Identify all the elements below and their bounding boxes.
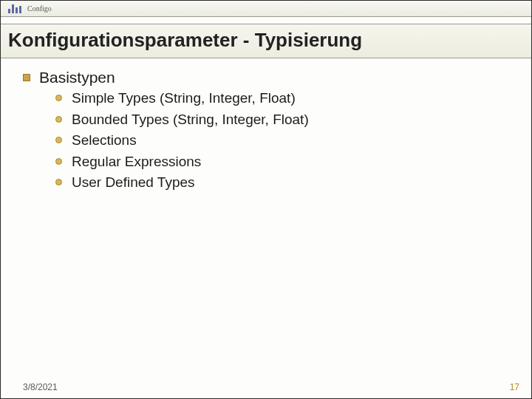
footer: 3/8/2021 17 xyxy=(1,379,531,398)
footer-date: 3/8/2021 xyxy=(23,382,58,392)
list-item-label: Selections xyxy=(72,132,137,148)
list-item: Bounded Types (String, Integer, Float) xyxy=(55,109,518,131)
list-item-label: Basistypen xyxy=(39,69,115,86)
brand-label: Configo xyxy=(27,4,52,13)
list-item-label: Simple Types (String, Integer, Float) xyxy=(72,90,296,106)
list-item: Selections xyxy=(55,130,518,151)
list-item: Simple Types (String, Integer, Float) xyxy=(55,88,518,109)
list-item: User Defined Types xyxy=(55,172,518,194)
slide-title: Konfigurationsparameter - Typisierung xyxy=(8,29,524,52)
slide-body: Basistypen Simple Types (String, Integer… xyxy=(1,58,531,379)
slide: Configo Konfigurationsparameter - Typisi… xyxy=(0,0,532,399)
list-item: Regular Expressions xyxy=(55,151,518,173)
header-bar: Configo xyxy=(1,1,531,17)
header-separator xyxy=(1,17,531,24)
list-item: Basistypen Simple Types (String, Integer… xyxy=(23,69,518,194)
list-item-label: User Defined Types xyxy=(72,174,195,190)
title-bar: Konfigurationsparameter - Typisierung xyxy=(1,24,531,58)
footer-page-number: 17 xyxy=(510,382,519,392)
list-item-label: Regular Expressions xyxy=(72,154,201,169)
logo-icon xyxy=(8,3,21,13)
list-item-label: Bounded Types (String, Integer, Float) xyxy=(72,112,309,127)
